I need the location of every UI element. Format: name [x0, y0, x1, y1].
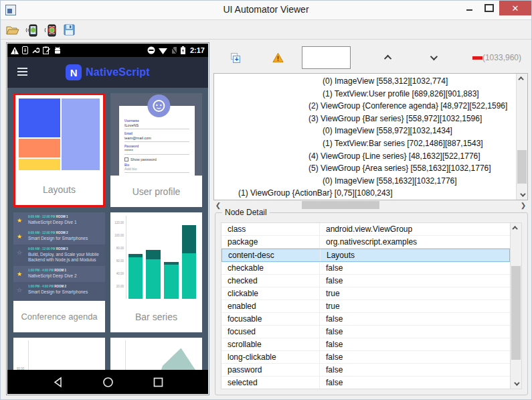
- warning-icon: [11, 47, 19, 54]
- wifi-icon: [159, 47, 167, 54]
- tile-user-profile[interactable]: UsernameILoveNS Emailteam@mail.com Passw…: [110, 93, 202, 207]
- tree-node[interactable]: (4) ViewGroup {Line series} [48,1632][52…: [214, 150, 516, 163]
- maximize-button[interactable]: [479, 1, 499, 15]
- detail-row[interactable]: selectedfalse: [221, 377, 510, 389]
- scroll-down-icon[interactable]: [511, 379, 521, 389]
- user-profile-preview: UsernameILoveNS Emailteam@mail.com Passw…: [110, 93, 202, 176]
- detail-row[interactable]: content-descLayouts: [221, 249, 510, 262]
- menu-icon[interactable]: [17, 68, 27, 76]
- tile-area-series[interactable]: 150.00: [110, 338, 202, 370]
- tree-node[interactable]: (3) ViewGroup {Bar series} [558,972][103…: [214, 113, 516, 125]
- detail-row[interactable]: classandroid.view.ViewGroup: [221, 223, 510, 236]
- session-title: Smart Design for Smartphones: [28, 236, 102, 242]
- tree-vscroll-thumb[interactable]: [517, 150, 527, 184]
- detail-vertical-scrollbar[interactable]: [510, 223, 521, 389]
- detail-row[interactable]: focusedfalse: [221, 326, 510, 338]
- star-icon[interactable]: ☆: [17, 287, 22, 293]
- detail-key: class: [221, 223, 320, 235]
- window-title: UI Automator Viewer: [1, 4, 531, 15]
- detail-vscroll-thumb[interactable]: [511, 266, 521, 360]
- bar-segment-light: [182, 253, 196, 299]
- detail-row[interactable]: clickabletrue: [221, 287, 510, 300]
- tree-vertical-scrollbar[interactable]: [516, 74, 527, 200]
- close-button[interactable]: ✕: [499, 1, 531, 15]
- scroll-up-icon[interactable]: [511, 223, 521, 232]
- tree-node[interactable]: (2) ViewGroup {Conference agenda} [48,97…: [214, 100, 516, 113]
- tree-node[interactable]: (5) ViewGroup {Area series} [558,1632][1…: [214, 162, 516, 175]
- tree-node[interactable]: (1) ViewGroup {ActionBar} [0,75][1080,24…: [214, 187, 516, 200]
- status-time: 2:17: [190, 46, 205, 54]
- detail-key: checked: [221, 275, 320, 287]
- back-icon[interactable]: [52, 377, 64, 388]
- recents-icon[interactable]: [153, 377, 164, 388]
- tree-node[interactable]: (1) TextView:Bar series [702,1486][887,1…: [214, 137, 516, 150]
- detail-row[interactable]: passwordfalse: [221, 364, 510, 377]
- scroll-up-icon[interactable]: [517, 74, 527, 83]
- naf-warning-icon[interactable]: [272, 52, 284, 63]
- tree-node[interactable]: (1) TextView:User profile [689,826][901,…: [214, 88, 516, 101]
- tile-layouts[interactable]: Layouts: [13, 93, 105, 207]
- detail-key: enabled: [221, 300, 320, 312]
- open-folder-icon[interactable]: [5, 23, 20, 37]
- remove-icon[interactable]: [472, 56, 482, 60]
- session-time: 9:00 AM - 12:00 PM ROOM 3: [28, 247, 102, 251]
- tree-node[interactable]: (0) ImageView [558,312][1032,774]: [214, 75, 516, 88]
- detail-row[interactable]: checkedfalse: [221, 275, 510, 287]
- agenda-session[interactable]: ★9:00 AM - 12:00 PM ROOM 1NativeScript D…: [13, 212, 105, 228]
- detail-row[interactable]: checkablefalse: [221, 262, 510, 275]
- bar-y-tick-label: 100.00: [114, 233, 124, 237]
- examples-grid: Layouts UsernameILoveNS Emailteam@mail.c…: [7, 88, 208, 370]
- detail-row[interactable]: focusablefalse: [221, 313, 510, 326]
- star-icon[interactable]: ★: [17, 217, 22, 224]
- minimize-button[interactable]: [459, 1, 479, 15]
- detail-row[interactable]: enabledtrue: [221, 300, 510, 313]
- detail-row[interactable]: packageorg.nativescript.examples: [221, 236, 510, 249]
- agenda-session[interactable]: ★1:00 PM - 4:00 PM ROOM 1NativeScript De…: [13, 266, 105, 282]
- tile-bar-series[interactable]: 120.00100.0080.0060.0040.0020.00 Bar ser…: [110, 212, 202, 332]
- tree-node[interactable]: (0) ImageView [558,972][1032,1434]: [214, 125, 516, 137]
- agenda-session[interactable]: ☆9:00 AM - 12:00 PM ROOM 3Build, Deploy,…: [13, 245, 105, 267]
- device-status-bar: 2:17: [7, 44, 208, 57]
- show-password-label: Show password: [130, 157, 157, 161]
- device-screenshot-panel[interactable]: 2:17 N NativeScript: [6, 42, 209, 395]
- detail-value: false: [320, 327, 510, 336]
- agenda-session[interactable]: ☆1:00 PM - 4:00 PM ROOM 2Smart Design fo…: [13, 282, 105, 298]
- home-icon[interactable]: [102, 377, 114, 388]
- device-action-bar: N NativeScript: [7, 57, 208, 88]
- detail-value: false: [320, 263, 510, 273]
- bar-y-tick-label: 20.00: [116, 284, 124, 287]
- node-detail-table[interactable]: classandroid.view.ViewGrouppackageorg.na…: [221, 222, 522, 389]
- agenda-session[interactable]: ★9:00 AM - 12:00 PM ROOM 2Smart Design f…: [13, 228, 105, 245]
- star-icon[interactable]: ★: [17, 271, 22, 277]
- detail-value: Layouts: [321, 251, 509, 260]
- detail-row[interactable]: scrollablefalse: [221, 338, 510, 351]
- detail-value: false: [320, 378, 510, 387]
- detail-row[interactable]: long-clickablefalse: [221, 351, 510, 364]
- tree-node[interactable]: (0) ImageView [558,1632][1032,1776]: [214, 175, 516, 188]
- bar-stack: [164, 262, 178, 299]
- search-prev-button[interactable]: [381, 52, 395, 64]
- search-next-button[interactable]: [426, 52, 440, 64]
- battery-icon: [181, 46, 185, 54]
- bar-segment-light: [128, 257, 143, 299]
- tree-hscroll-thumb[interactable]: [302, 201, 379, 209]
- device-screenshot-compressed-icon[interactable]: [43, 23, 58, 37]
- star-icon[interactable]: ☆: [17, 249, 22, 256]
- layouts-block-yellow: [19, 159, 60, 170]
- tile-conference-agenda[interactable]: ★9:00 AM - 12:00 PM ROOM 1NativeScript D…: [13, 212, 105, 332]
- detail-key: content-desc: [222, 249, 321, 261]
- tree-search-input[interactable]: [302, 46, 351, 69]
- device-screen[interactable]: 2:17 N NativeScript: [7, 44, 208, 394]
- detail-key: package: [221, 236, 320, 248]
- tile-line-series[interactable]: 60.00 50.00: [13, 338, 105, 370]
- scroll-left-icon[interactable]: ❮: [213, 200, 223, 210]
- expand-all-icon[interactable]: +: [231, 53, 240, 63]
- save-icon[interactable]: [62, 23, 76, 37]
- detail-key: scrollable: [221, 338, 320, 350]
- show-password-checkbox: [124, 157, 128, 161]
- scroll-right-icon[interactable]: ❯: [519, 200, 528, 210]
- scroll-down-icon[interactable]: [517, 190, 527, 200]
- device-screenshot-icon[interactable]: [24, 23, 39, 37]
- hierarchy-tree[interactable]: (0) ImageView [558,312][1032,774](1) Tex…: [213, 73, 528, 200]
- star-icon[interactable]: ★: [17, 233, 22, 240]
